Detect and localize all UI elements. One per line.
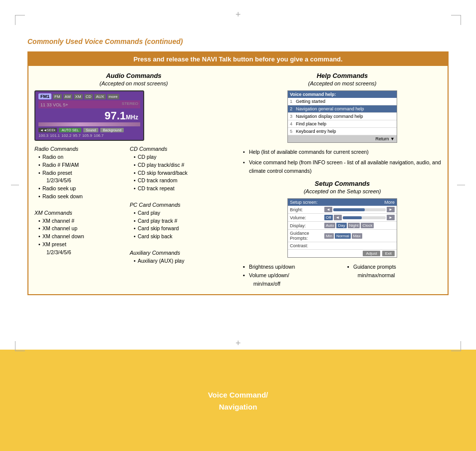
radio-sound-btn: Sound: [83, 128, 98, 132]
display-clock[interactable]: Clock: [361, 223, 374, 228]
cd-cmd-track: CD play track/disc #: [134, 161, 233, 169]
cd-cmd-skip: CD skip forward/back: [134, 169, 233, 177]
help-item-1: 1Getting started: [288, 98, 397, 105]
setup-screen-label: Setup screen:: [290, 200, 318, 205]
volume-off-btn[interactable]: Off: [324, 215, 333, 220]
exit-btn[interactable]: Exit: [382, 251, 395, 256]
display-auto[interactable]: Auto: [324, 223, 335, 228]
display-day[interactable]: Day: [336, 223, 346, 228]
cross-top: [238, 14, 248, 24]
setup-row-volume: Volume: Off ◄ ►: [288, 214, 397, 222]
volume-right-btn[interactable]: ►: [387, 215, 395, 220]
radio-xm-commands: Radio Commands Radio on Radio # FM/AM Ra…: [34, 146, 130, 265]
bright-left-btn[interactable]: ◄: [324, 207, 332, 212]
right-column: Help Commands (Accepted on most screens)…: [243, 72, 442, 288]
pc-cmd-skip-back: Card skip back: [134, 233, 233, 241]
radio-cmd-fm: Radio # FM/AM: [38, 161, 130, 169]
radio-cmd-seek-down: Radio seek down: [38, 193, 130, 201]
help-bullet-2: Voice command help (from INFO screen - l…: [243, 158, 442, 175]
cd-cmd-random: CD track random: [134, 177, 233, 185]
setup-more-btn[interactable]: More: [384, 200, 395, 205]
main-box: Press and release the NAVI Talk button b…: [27, 51, 449, 295]
pc-cmd-skip-fwd: Card skip forward: [134, 225, 233, 233]
setup-screen-header: Setup screen: More: [288, 199, 397, 206]
return-btn[interactable]: Return ▼: [376, 136, 395, 141]
setup-bullet-volume: •Volume up/down/ min/max/off: [243, 271, 337, 288]
guidance-max[interactable]: Max: [352, 233, 362, 239]
bright-slider[interactable]: [333, 208, 386, 211]
bottom-label: Voice Command/ Navigation: [208, 389, 268, 413]
volume-controls: Off ◄ ►: [324, 215, 395, 220]
cd-cmd-repeat: CD track repeat: [134, 185, 233, 193]
help-item-3: 3Navigation display command help: [288, 113, 397, 120]
radio-cmd-preset: Radio preset: [38, 169, 130, 177]
setup-row-guidance: Guidance Prompts: Min Normal Max: [288, 230, 397, 242]
setup-bullet-guidance: •Guidance prompts min/max/normal: [347, 263, 442, 280]
cd-commands-list: CD play CD play track/disc # CD skip for…: [130, 153, 233, 193]
radio-band: FM1: [38, 93, 51, 99]
radio-commands-list: Radio on Radio # FM/AM Radio preset 1/2/…: [34, 153, 130, 201]
xm-commands-list: XM channel # XM channel up XM channel do…: [34, 217, 130, 257]
volume-left-btn[interactable]: ◄: [334, 215, 342, 220]
setup-bullets-list1: •Brightness up/down •Volume up/down/ min…: [243, 263, 337, 288]
bright-label: Bright:: [290, 207, 322, 212]
display-label: Display:: [290, 223, 322, 228]
guidance-min[interactable]: Min: [324, 233, 334, 239]
radio-cmd-on: Radio on: [38, 153, 130, 161]
radio-btn-am: AM: [63, 94, 72, 99]
radio-cmd-seek-up: Radio seek up: [38, 185, 130, 193]
setup-bullets-list2: •Guidance prompts min/max/normal: [347, 263, 442, 280]
cd-pc-aux-commands: CD Commands CD play CD play track/disc #…: [130, 146, 233, 265]
corner-mark-tl: [15, 15, 25, 25]
setup-bullets-col1: •Brightness up/down •Volume up/down/ min…: [243, 263, 337, 288]
bottom-label-line1: Voice Command/: [208, 391, 268, 399]
commands-columns: Radio Commands Radio on Radio # FM/AM Ra…: [34, 146, 233, 265]
setup-screen: Setup screen: More Bright: ◄ ►: [287, 198, 397, 258]
contrast-label: Contrast:: [290, 243, 322, 248]
display-controls: Auto Day Night Clock: [324, 223, 395, 228]
xm-cmd-down: XM channel down: [38, 233, 130, 241]
help-screen-title: Voice command help:: [288, 91, 397, 98]
help-item-2: 2Navigation general command help: [288, 105, 397, 113]
audio-commands-subtitle: (Accepted on most screens): [34, 80, 233, 86]
corner-mark-br: [451, 341, 461, 351]
help-commands-title: Help Commands: [243, 72, 442, 79]
pc-commands-list: Card play Card play track # Card skip fo…: [130, 209, 233, 241]
volume-slider[interactable]: [343, 216, 386, 219]
help-screen: Voice command help: 1Getting started 2Na…: [287, 90, 397, 143]
radio-commands-title: Radio Commands: [34, 146, 130, 152]
corner-mark-bl: [15, 341, 25, 351]
xm-commands-title: XM Commands: [34, 210, 130, 216]
setup-row-bright: Bright: ◄ ►: [288, 206, 397, 214]
side-mark-left: [11, 185, 19, 185]
help-screen-footer: Return ▼: [288, 135, 397, 142]
setup-bullets-col2: •Guidance prompts min/max/normal: [347, 263, 442, 288]
audio-commands-title: Audio Commands: [34, 72, 233, 79]
radio-autosel-btn: AUTO SEL: [59, 128, 81, 132]
bright-right-btn[interactable]: ►: [387, 207, 395, 212]
help-bullets: Help (list of available commands for cur…: [243, 148, 442, 175]
setup-commands-title: Setup Commands: [243, 180, 442, 187]
left-column: Audio Commands (Accepted on most screens…: [34, 72, 233, 288]
radio-bar-area: [38, 122, 140, 126]
pc-cmd-play: Card play: [134, 209, 233, 217]
xm-cmd-preset: XM preset: [38, 241, 130, 249]
radio-freq-display: 11 33 VOL 5+ STEREO: [38, 100, 140, 108]
aux-commands-list: Auxiliary (AUX) play: [130, 257, 233, 265]
radio-big-freq: 97.1MHz: [38, 109, 140, 122]
volume-label: Volume:: [290, 215, 322, 220]
help-commands-subtitle: (Accepted on most screens): [243, 80, 442, 86]
setup-row-display: Display: Auto Day Night Clock: [288, 222, 397, 230]
radio-cmd-preset-nums: 1/2/3/4/5/6: [38, 177, 130, 185]
radio-btn-xm: XM: [74, 94, 83, 99]
radio-presets: 100.3 101.1 102.2 95.7 105.9 106.7: [38, 133, 140, 138]
guidance-normal[interactable]: Normal: [335, 233, 351, 239]
adjust-btn[interactable]: Adjust: [363, 251, 380, 256]
box-content: Audio Commands (Accepted on most screens…: [28, 66, 448, 294]
display-night[interactable]: Night: [348, 223, 360, 228]
help-item-5: 5Keyboard entry help: [288, 128, 397, 135]
box-header: Press and release the NAVI Talk button b…: [28, 52, 448, 66]
help-item-4: 4Find place help: [288, 120, 397, 128]
setup-bullet-bright: •Brightness up/down: [243, 263, 337, 271]
radio-top-bar: FM1 FM AM XM CD AUX more: [38, 93, 140, 99]
